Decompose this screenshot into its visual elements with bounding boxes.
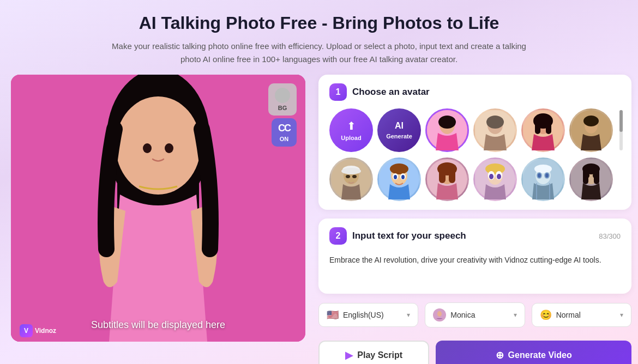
ai-icon: AI (395, 121, 404, 131)
photo-preview: BG CC ON Subtitles will be displayed her… (11, 75, 305, 342)
svg-point-29 (390, 163, 408, 174)
upload-icon: ⬆ (347, 119, 356, 132)
section-2-number: 2 (329, 227, 347, 245)
bg-circle (275, 88, 290, 103)
section-2-title: Input text for your speech (352, 230, 466, 241)
svg-point-51 (538, 173, 541, 178)
svg-point-9 (438, 116, 456, 129)
right-panel: 1 Choose an avatar ⬆ Upload AI Generate (318, 75, 631, 342)
avatar-section-header: 1 Choose an avatar (329, 83, 621, 101)
char-count: 83/300 (599, 232, 621, 240)
photo-panel: BG CC ON Subtitles will be displayed her… (11, 75, 305, 342)
text-section: 2 Input text for your speech 83/300 Embr… (318, 219, 631, 294)
svg-point-48 (534, 165, 552, 173)
svg-point-41 (485, 163, 505, 174)
svg-rect-61 (594, 167, 599, 184)
bg-label: BG (278, 105, 287, 111)
svg-point-44 (489, 174, 493, 179)
svg-point-20 (583, 116, 599, 126)
svg-rect-17 (546, 118, 551, 134)
scrollbar-thumb (619, 110, 623, 132)
avatar-dark-woman[interactable] (521, 108, 565, 152)
play-icon: ▶ (345, 349, 353, 361)
bg-button[interactable]: BG (268, 83, 297, 116)
svg-rect-16 (535, 118, 540, 134)
mood-icon: 😊 (540, 309, 552, 321)
play-script-label: Play Script (357, 350, 402, 360)
voice-dropdown-arrow: ▾ (514, 311, 517, 319)
avatar-einstein[interactable] (329, 157, 373, 201)
avatar-princess[interactable] (425, 157, 469, 201)
avatar-dark-mysterious[interactable] (569, 157, 613, 201)
section-1-number: 1 (329, 83, 347, 101)
avatars-row-2 (329, 157, 621, 201)
mood-dropdown-arrow: ▾ (620, 311, 623, 319)
page-header: AI Talking Photo Free - Bring Photos to … (0, 0, 638, 75)
generate-video-button[interactable]: ⊕ Generate Video (436, 341, 631, 364)
svg-point-45 (497, 174, 501, 179)
text-section-header: 2 Input text for your speech 83/300 (329, 227, 621, 245)
speech-text[interactable]: Embrace the AI revolution, drive your cr… (329, 252, 621, 285)
scroll-indicator (617, 110, 621, 150)
avatar-mona-lisa[interactable] (569, 108, 613, 152)
avatar-partial[interactable] (473, 108, 517, 152)
svg-point-24 (341, 168, 361, 174)
bottom-controls: 🇺🇸 English(US) ▾ Monica ▾ 😊 (318, 302, 631, 327)
mood-dropdown[interactable]: 😊 Normal ▾ (532, 303, 631, 327)
page-subtitle: Make your realistic talking photo online… (106, 40, 532, 66)
avatar-anime-girl[interactable] (473, 157, 517, 201)
svg-point-63 (437, 311, 442, 317)
scrollbar-track (619, 110, 623, 150)
avatar-section: 1 Choose an avatar ⬆ Upload AI Generate (318, 75, 631, 210)
section-1-title: Choose an avatar (352, 87, 430, 98)
svg-point-52 (545, 173, 549, 178)
vidnoz-brand-name: Vidnoz (35, 327, 56, 335)
avatar-robot-woman[interactable] (521, 157, 565, 201)
cc-on-label: ON (280, 136, 289, 142)
avatars-row-1: ⬆ Upload AI Generate (329, 108, 621, 152)
svg-point-32 (394, 175, 397, 179)
voice-avatar-icon (433, 308, 446, 321)
language-dropdown[interactable]: 🇺🇸 English(US) ▾ (318, 303, 418, 327)
svg-rect-60 (583, 167, 588, 184)
svg-point-5 (143, 143, 152, 153)
avatar-generate-button[interactable]: AI Generate (377, 108, 421, 152)
action-buttons: ▶ Play Script ⊕ Generate Video (318, 341, 631, 364)
svg-point-6 (165, 143, 173, 153)
svg-rect-38 (449, 168, 455, 183)
voice-dropdown[interactable]: Monica ▾ (425, 302, 525, 327)
vidnoz-logo: V Vidnoz (20, 324, 56, 337)
mood-label: Normal (556, 311, 616, 319)
language-dropdown-arrow: ▾ (407, 311, 410, 319)
play-script-button[interactable]: ▶ Play Script (318, 341, 429, 364)
upload-label: Upload (341, 135, 361, 141)
generate-icon: ⊕ (496, 349, 504, 361)
page-title: AI Talking Photo Free - Bring Photos to … (11, 13, 627, 33)
svg-point-4 (116, 96, 201, 195)
subtitle-text: Subtitles will be displayed here (91, 319, 225, 330)
svg-point-33 (401, 175, 405, 179)
main-content: BG CC ON Subtitles will be displayed her… (0, 75, 638, 342)
vidnoz-v-icon: V (20, 324, 33, 337)
avatar-pink-woman[interactable] (425, 108, 469, 152)
cc-symbol: CC (278, 123, 290, 134)
flag-icon: 🇺🇸 (327, 309, 339, 321)
avatar-cartoon-boy[interactable] (377, 157, 421, 201)
svg-point-26 (352, 175, 357, 178)
language-label: English(US) (343, 311, 402, 319)
voice-label: Monica (450, 311, 509, 319)
svg-point-25 (346, 175, 350, 178)
generate-video-label: Generate Video (508, 350, 572, 360)
generate-label: Generate (386, 133, 412, 139)
svg-point-12 (486, 116, 504, 129)
svg-rect-37 (439, 168, 446, 183)
avatar-upload-button[interactable]: ⬆ Upload (329, 108, 373, 152)
cc-button[interactable]: CC ON (272, 118, 297, 147)
